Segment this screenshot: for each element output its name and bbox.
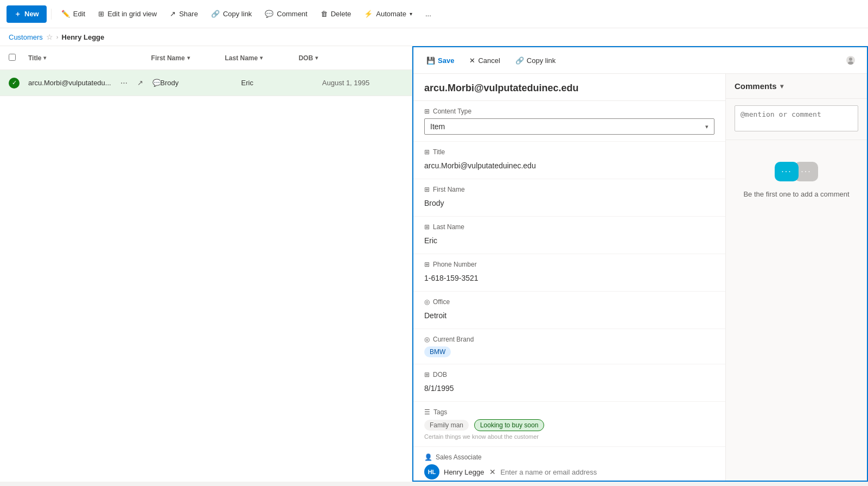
plus-icon: ＋	[14, 9, 21, 19]
brand-tag: BMW	[424, 346, 714, 357]
breadcrumb-separator: ›	[56, 34, 59, 40]
person-avatar: HL	[424, 464, 439, 479]
detail-toolbar: 💾 Save ✕ Cancel 🔗 Copy link	[413, 47, 867, 74]
delete-button[interactable]: 🗑 Delete	[315, 7, 357, 21]
field-dob: ⊞ DOB 8/1/1995	[413, 364, 725, 402]
detail-cancel-button[interactable]: ✕ Cancel	[464, 54, 505, 67]
field-title: ⊞ Title arcu.Morbi@vulputateduinec.edu	[413, 142, 725, 179]
row-dob: August 1, 1995	[322, 79, 403, 87]
phone-icon: ⊞	[424, 261, 430, 268]
th-title-sort-icon: ▾	[43, 55, 46, 61]
breadcrumb-parent-link[interactable]: Customers	[9, 33, 43, 41]
th-firstname-sort-icon: ▾	[187, 55, 190, 61]
th-title[interactable]: Title ▾	[28, 54, 151, 62]
phone-value: 1-618-159-3521	[424, 272, 714, 285]
person-name: Henry Legge	[444, 468, 484, 476]
share-icon: ↗	[170, 10, 176, 18]
comments-empty-text: Be the first one to add a comment	[743, 190, 849, 198]
detail-body: arcu.Morbi@vulputateduinec.edu ⊞ Content…	[413, 74, 867, 481]
link-icon: 🔗	[211, 10, 220, 18]
edit-grid-label: Edit in grid view	[107, 10, 157, 18]
lastname-label-text: Last Name	[433, 223, 464, 231]
comment-icon: 💬	[265, 10, 273, 18]
phone-label-text: Phone Number	[433, 261, 477, 268]
breadcrumb: Customers ☆ › Henry Legge	[0, 28, 868, 46]
comments-chevron-icon: ▾	[780, 83, 783, 90]
comments-panel: Comments ▾ ··· ··· Be the first	[726, 74, 867, 481]
comment-button[interactable]: 💬 Comment	[259, 7, 312, 21]
lastname-icon: ⊞	[424, 223, 430, 231]
svg-point-1	[849, 58, 852, 61]
firstname-value: Brody	[424, 197, 714, 210]
detail-copy-link-label: Copy link	[527, 56, 556, 65]
field-sales-label: 👤 Sales Associate	[424, 453, 714, 461]
more-label: ...	[425, 10, 431, 18]
th-dob-sort-icon: ▾	[315, 55, 318, 61]
th-lastname[interactable]: Last Name ▾	[225, 54, 299, 62]
detail-copy-link-button[interactable]: 🔗 Copy link	[510, 54, 561, 67]
content-type-chevron-icon: ▾	[705, 123, 709, 130]
edit-icon: ✏️	[61, 10, 70, 18]
field-office: ◎ Office Detroit	[413, 292, 725, 329]
detail-close-button[interactable]	[842, 52, 859, 69]
select-all-checkbox[interactable]	[9, 54, 16, 61]
tags-icon: ☰	[424, 408, 430, 416]
field-phone: ⊞ Phone Number 1-618-159-3521	[413, 254, 725, 292]
field-content-type: ⊞ Content Type Item ▾	[413, 101, 725, 142]
new-button[interactable]: ＋ New	[7, 5, 47, 23]
tag-family-man: Family man	[424, 420, 469, 431]
comments-header[interactable]: Comments ▾	[726, 74, 867, 99]
edit-button[interactable]: ✏️ Edit	[56, 7, 91, 21]
row-comment-btn[interactable]: 💬	[150, 77, 161, 90]
more-button[interactable]: ...	[420, 7, 437, 21]
title-value: arcu.Morbi@vulputateduinec.edu	[424, 159, 714, 172]
breadcrumb-star-icon[interactable]: ☆	[46, 33, 53, 41]
delete-label: Delete	[331, 10, 352, 18]
main-toolbar: ＋ New ✏️ Edit ⊞ Edit in grid view ↗ Shar…	[0, 0, 868, 28]
dob-value: 8/1/1995	[424, 382, 714, 395]
person-remove-button[interactable]: ✕	[489, 468, 496, 476]
person-input[interactable]	[500, 468, 714, 476]
automate-button[interactable]: ⚡ Automate ▾	[359, 7, 418, 21]
field-sales-associate: 👤 Sales Associate HL Henry Legge ✕ This …	[413, 447, 725, 481]
bubble-teal: ···	[775, 162, 799, 181]
firstname-icon: ⊞	[424, 186, 430, 193]
sales-label-text: Sales Associate	[436, 453, 482, 461]
th-firstname[interactable]: First Name ▾	[151, 54, 225, 62]
person-icon: 👤	[424, 453, 432, 461]
th-firstname-label: First Name	[151, 54, 185, 62]
edit-button-label: Edit	[73, 10, 85, 18]
content-type-value: Item	[430, 122, 445, 131]
table-row[interactable]: ✓ arcu.Morbi@vulputatedu... ⋯ ↗ 💬 Brody …	[0, 70, 412, 96]
th-title-label: Title	[28, 54, 41, 62]
comments-bubbles: ··· ···	[775, 162, 818, 181]
content-type-select[interactable]: Item ▾	[424, 118, 714, 135]
tags-hint: Certain things we know about the custome…	[424, 433, 714, 440]
row-actions: ⋯ ↗ 💬	[118, 77, 161, 90]
field-firstname: ⊞ First Name Brody	[413, 179, 725, 217]
copy-link-icon: 🔗	[515, 56, 524, 65]
main-layout: Title ▾ First Name ▾ Last Name ▾ DOB ▾ ✓	[0, 46, 868, 482]
copy-link-button[interactable]: 🔗 Copy link	[206, 7, 257, 21]
cancel-x-icon: ✕	[469, 56, 475, 65]
row-lastname-value: Eric	[241, 79, 253, 87]
th-dob[interactable]: DOB ▾	[298, 54, 372, 62]
detail-save-button[interactable]: 💾 Save	[421, 54, 459, 67]
row-more-btn[interactable]: ⋯	[118, 77, 131, 90]
comments-input[interactable]	[735, 105, 858, 131]
comments-title: Comments	[735, 81, 777, 91]
field-phone-label: ⊞ Phone Number	[424, 261, 714, 268]
tags-label-text: Tags	[433, 408, 447, 416]
automate-chevron-icon: ▾	[410, 11, 412, 17]
automate-icon: ⚡	[364, 10, 373, 18]
dob-icon: ⊞	[424, 371, 430, 378]
edit-grid-button[interactable]: ⊞ Edit in grid view	[93, 7, 162, 21]
row-title-cell: arcu.Morbi@vulputatedu... ⋯ ↗ 💬	[28, 77, 160, 90]
row-share-btn[interactable]: ↗	[134, 77, 147, 90]
select-all-col	[9, 54, 28, 62]
person-row: HL Henry Legge ✕	[424, 464, 714, 479]
share-button[interactable]: ↗ Share	[164, 7, 203, 21]
th-lastname-label: Last Name	[225, 54, 258, 62]
row-check: ✓	[9, 78, 28, 89]
comment-label: Comment	[277, 10, 307, 18]
